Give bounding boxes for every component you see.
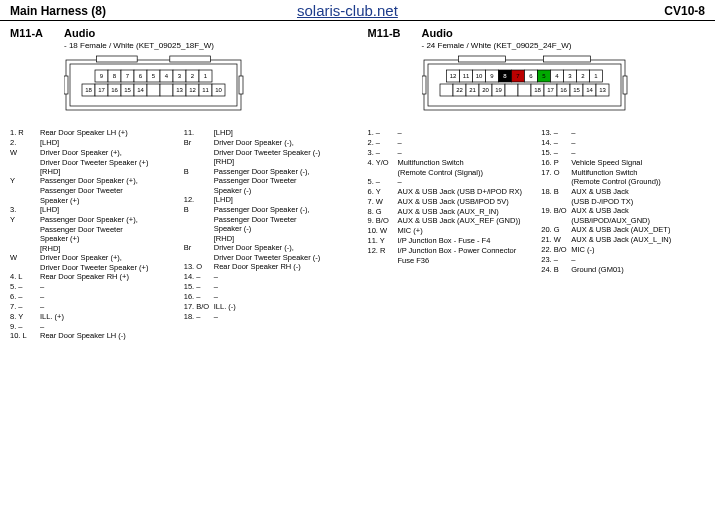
pin-desc: – [214,282,350,291]
pin-row: 18. –– [184,312,350,321]
page-header: Main Harness (8) solaris-club.net CV10-8 [0,0,715,21]
svg-text:16: 16 [111,87,118,93]
pin-desc: AUX & USB Jack [571,206,707,215]
svg-rect-81 [505,84,518,96]
pin-number: 10. W [368,226,398,235]
connector-a-panel: M11-A Audio - 18 Female / White (KET_090… [0,21,358,508]
pin-row: 6. YAUX & USB Jack (USB D+/iPOD RX) [368,187,534,196]
svg-text:19: 19 [495,87,502,93]
pin-row: 20. GAUX & USB Jack (AUX_DET) [541,225,707,234]
pin-desc: I/P Junction Box - Power Connector [398,246,534,255]
pin-desc-continuation: [RHD] [40,167,176,176]
pin-row: WDriver Door Speaker (+), [10,253,176,262]
svg-rect-42 [64,76,68,94]
pin-desc-continuation: Speaker (+) [40,234,176,243]
pin-row: 21. WAUX & USB Jack (AUX_L_IN) [541,235,707,244]
pin-number: 13. – [541,128,571,137]
pin-number: 23. – [541,255,571,264]
pin-row: 11. YI/P Junction Box - Fuse - F4 [368,236,534,245]
pin-row: 5. –– [10,282,176,291]
pin-number: 10. L [10,331,40,340]
pin-row: 10. WMIC (+) [368,226,534,235]
pin-desc: Driver Door Speaker (+), [40,253,176,262]
pin-desc-continuation: Speaker (-) [214,224,350,233]
pin-row: 24. BGround (GM01) [541,265,707,274]
connector-b-pinlist: 1. ––2. ––3. ––4. Y/OMultifunction Switc… [368,128,708,275]
pin-desc: Passenger Door Speaker (+), [40,176,176,185]
pin-desc-continuation: Driver Door Tweeter Speaker (-) [214,253,350,262]
pin-desc: Multifunction Switch [398,158,534,167]
svg-rect-2 [96,56,137,62]
pin-desc: – [40,302,176,311]
pin-desc-continuation: Fuse F36 [398,256,534,265]
pin-row: 2. –– [368,138,534,147]
pin-desc: [LHD] [40,205,176,214]
pin-row: YPassenger Door Speaker (+), [10,215,176,224]
pin-number: 18. – [184,312,214,321]
svg-rect-96 [623,76,627,94]
pin-desc: – [40,282,176,291]
pin-row: 15. –– [541,148,707,157]
pin-number: 17. O [541,168,571,177]
connector-a-pins-right: 11.[LHD] BrDriver Door Speaker (-),Drive… [184,128,350,341]
pin-row: 19. B/OAUX & USB Jack [541,206,707,215]
pin-desc: [LHD] [214,195,350,204]
pin-desc: – [398,128,534,137]
svg-text:10: 10 [215,87,222,93]
pin-number: 12. [184,195,214,204]
svg-rect-46 [458,56,505,62]
connector-b-panel: M11-B Audio - 24 Female / White (KET_090… [358,21,716,508]
pin-desc: Rear Door Speaker RH (+) [40,272,176,281]
pin-number: 4. L [10,272,40,281]
pin-row: 13. –– [541,128,707,137]
pin-desc: Rear Door Speaker LH (+) [40,128,176,137]
pin-number: W [10,253,40,262]
pin-number: B [184,205,214,214]
pin-row: 9. B/OAUX & USB Jack (AUX_REF (GND)) [368,216,534,225]
pin-row: 12. RI/P Junction Box - Power Connector [368,246,534,255]
connector-b-pins-right: 13. ––14. ––15. ––16. PVehicle Speed Sig… [541,128,707,275]
pin-desc: – [571,148,707,157]
pin-number: 6. Y [368,187,398,196]
pin-desc: – [398,148,534,157]
pin-number: B [184,167,214,176]
pin-number: 18. B [541,187,571,196]
page-title: Main Harness (8) [10,4,106,18]
pin-number: 13. O [184,262,214,271]
pin-row: 7. WAUX & USB Jack (USB/iPOD 5V) [368,197,534,206]
pin-number: 15. – [184,282,214,291]
pin-desc: Passenger Door Speaker (+), [40,215,176,224]
pin-number: 9. – [10,322,40,331]
svg-text:14: 14 [586,87,593,93]
pin-desc: Passenger Door Speaker (-), [214,205,350,214]
pin-row: 3. –– [368,148,534,157]
pin-desc: AUX & USB Jack (AUX_REF (GND)) [398,216,534,225]
pin-number: 7. W [368,197,398,206]
pin-number: 21. W [541,235,571,244]
pin-desc: – [214,292,350,301]
pin-desc: – [571,138,707,147]
pin-row: 8. GAUX & USB Jack (AUX_R_IN) [368,207,534,216]
pin-row: 15. –– [184,282,350,291]
pin-desc-continuation: [RHD] [214,234,350,243]
svg-text:13: 13 [599,87,606,93]
pin-desc-continuation: [RHD] [40,244,176,253]
pin-number: 7. – [10,302,40,311]
svg-rect-82 [518,84,531,96]
svg-text:22: 22 [456,87,463,93]
pin-desc-continuation: (Remote Control (Signal)) [398,168,534,177]
pin-row: BPassenger Door Speaker (-), [184,167,350,176]
svg-text:17: 17 [98,87,105,93]
pin-number: 14. – [541,138,571,147]
pin-desc-continuation: Passenger Door Tweeter [214,176,350,185]
pin-row: 22. B/OMIC (-) [541,245,707,254]
pin-number: 9. B/O [368,216,398,225]
connector-b-name: Audio [422,27,453,39]
pin-row: 10. LRear Door Speaker LH (-) [10,331,176,340]
pin-desc-continuation: Passenger Door Tweeter [214,215,350,224]
connector-a-id: M11-A [10,27,52,39]
pin-number: 11. Y [368,236,398,245]
pin-number: 24. B [541,265,571,274]
pin-number: 3. [10,205,40,214]
svg-text:15: 15 [573,87,580,93]
